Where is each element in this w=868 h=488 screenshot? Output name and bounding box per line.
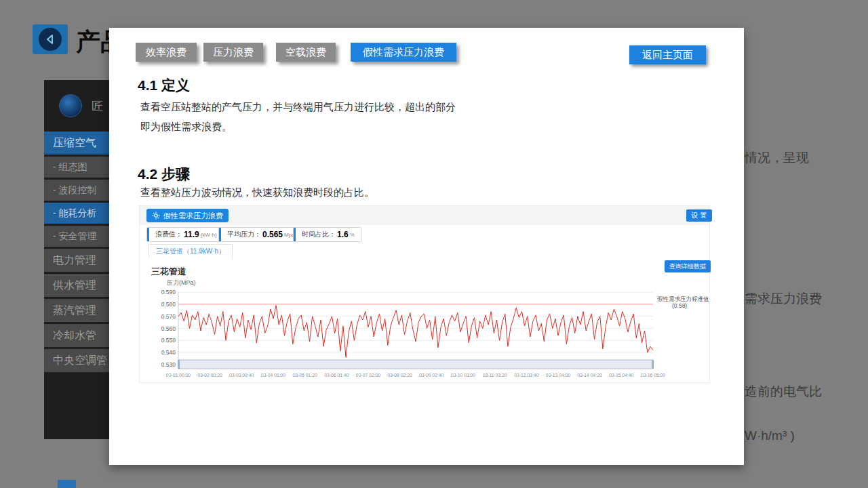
back-arrow-icon (39, 28, 62, 51)
svg-text:03-05 01:20: 03-05 01:20 (293, 373, 318, 378)
svg-text:0.560: 0.560 (161, 325, 176, 332)
stat-box: 浪费值：11.9(kW·h) (146, 227, 224, 242)
return-main-button[interactable]: 返回主页面 (629, 45, 706, 64)
clipped-background-text: 造前的电气比 (745, 383, 822, 401)
svg-text:03-11 03:20: 03-11 03:20 (483, 373, 507, 378)
sidebar-item[interactable]: 电力管理 (44, 249, 109, 272)
waste-tab-button[interactable]: 假性需求压力浪费 (351, 43, 456, 62)
svg-text:0.550: 0.550 (161, 337, 176, 344)
clipped-background-text: 需求压力浪费 (745, 290, 822, 308)
waste-tab-button[interactable]: 空载浪费 (276, 43, 336, 62)
stat-accent-bar (294, 228, 296, 241)
sidebar-item[interactable]: 中央空调管 (44, 349, 109, 372)
stat-label: 时间占比： (302, 230, 336, 239)
waste-tab-button[interactable]: 压力浪费 (203, 43, 263, 62)
sidebar-item[interactable]: 冷却水管 (44, 324, 109, 347)
waste-badge-label: 假性需求压力浪费 (163, 211, 223, 221)
clipped-background-text: W·h/m³ ) (745, 428, 795, 443)
svg-text:03-09 02:40: 03-09 02:40 (419, 373, 444, 378)
gear-spark-icon (152, 211, 160, 220)
section-4-2-line1: 查看整站压力波动情况，快速获知浪费时段的占比。 (140, 186, 374, 199)
svg-text:03-14 04:20: 03-14 04:20 (578, 373, 603, 378)
stat-value: 11.9 (184, 230, 199, 239)
svg-text:03-03 00:40: 03-03 00:40 (229, 373, 254, 378)
svg-text:压力(MPa): 压力(MPa) (167, 279, 196, 286)
sidebar-item[interactable]: - 能耗分析 (44, 203, 109, 224)
svg-text:03-04 01:00: 03-04 01:00 (261, 373, 286, 378)
svg-text:03-07 02:00: 03-07 02:00 (356, 373, 381, 378)
svg-text:03-06 01:40: 03-06 01:40 (324, 373, 349, 378)
svg-text:0.530: 0.530 (161, 361, 176, 368)
back-badge[interactable] (33, 24, 68, 54)
svg-text:03-08 02:20: 03-08 02:20 (388, 373, 413, 378)
svg-text:假性需求压力标准值: 假性需求压力标准值 (657, 296, 709, 302)
svg-text:03-10 03:00: 03-10 03:00 (451, 373, 476, 378)
stat-value: 0.565 (262, 230, 283, 239)
settings-button[interactable]: 设 置 (686, 209, 712, 222)
sidebar-items: 压缩空气- 组态图- 波段控制- 能耗分析- 安全管理电力管理供水管理蒸汽管理冷… (44, 131, 109, 372)
stat-unit: % (350, 232, 355, 238)
app-logo-icon (59, 94, 82, 117)
sidebar: 匠 压缩空气- 组态图- 波段控制- 能耗分析- 安全管理电力管理供水管理蒸汽管… (44, 80, 109, 439)
svg-text:(0.58): (0.58) (672, 302, 687, 309)
section-4-1-line2: 即为假性需求浪费。 (140, 121, 232, 134)
svg-text:03-01 00:00: 03-01 00:00 (166, 373, 191, 378)
pressure-line-chart: 压力(MPa)0.5900.5800.5700.5600.5500.5400.5… (140, 274, 711, 382)
svg-text:0.590: 0.590 (161, 289, 176, 296)
section-4-2-heading: 4.2 步骤 (138, 165, 190, 184)
stat-box: 时间占比：1.6% (293, 227, 361, 242)
waste-badge: 假性需求压力浪费 (146, 209, 229, 222)
svg-text:0.580: 0.580 (161, 301, 176, 308)
section-4-1-line1: 查看空压站整站的产气压力，并与终端用气压力进行比较，超出的部分 (140, 101, 456, 114)
sidebar-item[interactable]: 压缩空气 (44, 131, 109, 155)
stat-unit: (kW·h) (201, 232, 217, 238)
embedded-screenshot: 假性需求压力浪费 设 置 浪费值：11.9(kW·h)平均压力：0.565Mpa… (139, 205, 710, 383)
svg-text:03-13 04:00: 03-13 04:00 (546, 373, 571, 378)
clipped-background-text: 情况，呈现 (745, 149, 809, 167)
waste-tab-button[interactable]: 效率浪费 (136, 43, 197, 62)
svg-text:03-16 05:00: 03-16 05:00 (641, 373, 666, 378)
pipe-tab[interactable]: 三花管道（11.9kW·h） (149, 244, 233, 258)
stat-accent-bar (147, 228, 149, 241)
svg-text:0.570: 0.570 (161, 313, 176, 320)
stat-value: 1.6 (337, 230, 349, 239)
query-detail-button[interactable]: 查询详细数据 (665, 260, 711, 272)
stat-accent-bar (219, 228, 221, 241)
sidebar-item[interactable]: 蒸汽管理 (44, 299, 109, 322)
stat-label: 浪费值： (155, 230, 182, 239)
sidebar-item[interactable]: - 安全管理 (44, 226, 109, 247)
svg-text:03-15 04:40: 03-15 04:40 (609, 373, 634, 378)
sidebar-item[interactable]: - 组态图 (44, 157, 109, 178)
sidebar-item[interactable]: - 波段控制 (44, 180, 109, 201)
stat-box: 平均压力：0.565Mpa (218, 227, 302, 242)
svg-text:03-02 00:20: 03-02 00:20 (198, 373, 223, 378)
background-bottom-button (58, 480, 76, 488)
stat-label: 平均压力： (227, 230, 261, 239)
sidebar-logo-row: 匠 (44, 80, 109, 131)
app-logo-text: 匠 (92, 98, 103, 114)
help-modal: 效率浪费压力浪费空载浪费假性需求压力浪费 返回主页面 4.1 定义 查看空压站整… (109, 28, 744, 465)
sidebar-item[interactable]: 供水管理 (44, 274, 109, 297)
section-4-1-heading: 4.1 定义 (138, 76, 190, 95)
svg-text:03-12 03:40: 03-12 03:40 (514, 373, 539, 378)
svg-text:0.540: 0.540 (161, 349, 176, 356)
